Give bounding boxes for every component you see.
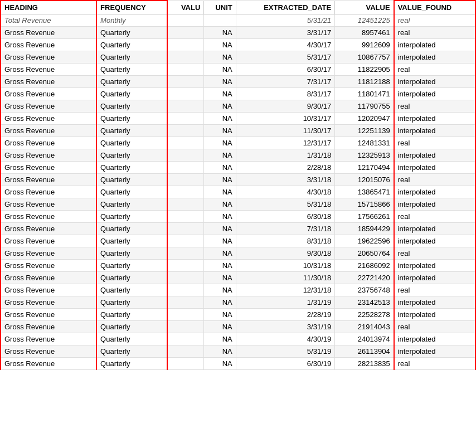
cell-col-valu — [167, 88, 204, 100]
cell-col-value: 21914043 — [335, 321, 394, 333]
cell-col-extracted-date: 5/31/18 — [236, 198, 335, 211]
cell-col-extracted-date: 10/31/17 — [236, 113, 335, 125]
cell-col-unit: NA — [204, 51, 236, 64]
cell-col-frequency: Quarterly — [96, 76, 167, 88]
cell-col-frequency: Quarterly — [96, 137, 167, 149]
cell-col-extracted-date: 6/30/19 — [236, 358, 335, 370]
cell-col-extracted-date: 3/31/19 — [236, 321, 335, 333]
cell-col-value: 19622596 — [335, 235, 394, 247]
cell-col-value: 23142513 — [335, 296, 394, 309]
cell-col-heading: Gross Revenue — [1, 260, 96, 272]
table-row: Gross RevenueQuarterlyNA6/30/1928213835r… — [1, 358, 475, 370]
partial-value-found: real — [394, 14, 475, 27]
cell-col-extracted-date: 4/30/19 — [236, 333, 335, 345]
col-header-value-found: VALUE_FOUND — [394, 1, 475, 14]
cell-col-value: 20650764 — [335, 247, 394, 260]
cell-col-value-found: interpolated — [394, 296, 475, 309]
cell-col-unit: NA — [204, 223, 236, 235]
cell-col-value: 18594429 — [335, 223, 394, 235]
cell-col-frequency: Quarterly — [96, 198, 167, 211]
cell-col-valu — [167, 39, 204, 51]
col-header-value: VALUE — [335, 1, 394, 14]
cell-col-valu — [167, 149, 204, 162]
cell-col-heading: Gross Revenue — [1, 27, 96, 39]
cell-col-value: 12170494 — [335, 162, 394, 174]
cell-col-heading: Gross Revenue — [1, 174, 96, 186]
cell-col-value: 22721420 — [335, 272, 394, 284]
cell-col-extracted-date: 4/30/18 — [236, 186, 335, 198]
cell-col-unit: NA — [204, 309, 236, 321]
cell-col-value-found: interpolated — [394, 39, 475, 51]
cell-col-heading: Gross Revenue — [1, 247, 96, 260]
cell-col-value: 11822905 — [335, 64, 394, 76]
cell-col-frequency: Quarterly — [96, 113, 167, 125]
table-row: Gross RevenueQuarterlyNA7/31/1818594429i… — [1, 223, 475, 235]
table-row: Gross RevenueQuarterlyNA3/31/1921914043r… — [1, 321, 475, 333]
cell-col-extracted-date: 2/28/18 — [236, 162, 335, 174]
cell-col-unit: NA — [204, 198, 236, 211]
cell-col-value-found: interpolated — [394, 272, 475, 284]
cell-col-unit: NA — [204, 345, 236, 358]
cell-col-frequency: Quarterly — [96, 27, 167, 39]
cell-col-valu — [167, 113, 204, 125]
table-row: Gross RevenueQuarterlyNA5/31/1710867757i… — [1, 51, 475, 64]
cell-col-extracted-date: 7/31/17 — [236, 76, 335, 88]
table-row: Gross RevenueQuarterlyNA11/30/1822721420… — [1, 272, 475, 284]
cell-col-valu — [167, 100, 204, 113]
cell-col-value: 9912609 — [335, 39, 394, 51]
table-row: Gross RevenueQuarterlyNA1/31/1923142513i… — [1, 296, 475, 309]
cell-col-valu — [167, 223, 204, 235]
cell-col-unit: NA — [204, 211, 236, 223]
table-row: Gross RevenueQuarterlyNA9/30/1820650764r… — [1, 247, 475, 260]
cell-col-valu — [167, 345, 204, 358]
cell-col-value-found: real — [394, 247, 475, 260]
cell-col-valu — [167, 64, 204, 76]
cell-col-extracted-date: 9/30/17 — [236, 100, 335, 113]
cell-col-extracted-date: 1/31/19 — [236, 296, 335, 309]
cell-col-value-found: interpolated — [394, 88, 475, 100]
cell-col-frequency: Quarterly — [96, 149, 167, 162]
cell-col-unit: NA — [204, 100, 236, 113]
cell-col-frequency: Quarterly — [96, 211, 167, 223]
table-row: Gross RevenueQuarterlyNA6/30/1817566261r… — [1, 211, 475, 223]
cell-col-heading: Gross Revenue — [1, 284, 96, 296]
partial-value: 12451225 — [335, 14, 394, 27]
cell-col-unit: NA — [204, 137, 236, 149]
col-header-valu: VALU — [167, 1, 204, 14]
cell-col-frequency: Quarterly — [96, 162, 167, 174]
table-row: Gross RevenueQuarterlyNA3/31/1812015076r… — [1, 174, 475, 186]
cell-col-value: 22528278 — [335, 309, 394, 321]
cell-col-value: 12251139 — [335, 125, 394, 137]
cell-col-extracted-date: 6/30/17 — [236, 64, 335, 76]
table-row: Gross RevenueQuarterlyNA12/31/1712481331… — [1, 137, 475, 149]
cell-col-value-found: interpolated — [394, 260, 475, 272]
table-row: Gross RevenueQuarterlyNA7/31/1711812188i… — [1, 76, 475, 88]
table-row: Gross RevenueQuarterlyNA4/30/179912609in… — [1, 39, 475, 51]
cell-col-valu — [167, 137, 204, 149]
cell-col-valu — [167, 198, 204, 211]
cell-col-valu — [167, 235, 204, 247]
cell-col-extracted-date: 5/31/17 — [236, 51, 335, 64]
data-table: HEADING FREQUENCY VALU UNIT EXTRACTED_DA… — [0, 0, 476, 370]
cell-col-unit: NA — [204, 174, 236, 186]
cell-col-frequency: Quarterly — [96, 358, 167, 370]
cell-col-frequency: Quarterly — [96, 333, 167, 345]
cell-col-heading: Gross Revenue — [1, 137, 96, 149]
data-table-container: HEADING FREQUENCY VALU UNIT EXTRACTED_DA… — [0, 0, 476, 370]
cell-col-frequency: Quarterly — [96, 88, 167, 100]
cell-col-value-found: interpolated — [394, 186, 475, 198]
cell-col-frequency: Quarterly — [96, 260, 167, 272]
cell-col-heading: Gross Revenue — [1, 223, 96, 235]
cell-col-unit: NA — [204, 125, 236, 137]
cell-col-extracted-date: 3/31/18 — [236, 174, 335, 186]
cell-col-unit: NA — [204, 186, 236, 198]
cell-col-extracted-date: 11/30/18 — [236, 272, 335, 284]
cell-col-heading: Gross Revenue — [1, 345, 96, 358]
table-row: Gross RevenueQuarterlyNA8/31/1819622596i… — [1, 235, 475, 247]
cell-col-valu — [167, 186, 204, 198]
cell-col-unit: NA — [204, 272, 236, 284]
cell-col-frequency: Quarterly — [96, 223, 167, 235]
cell-col-value-found: interpolated — [394, 223, 475, 235]
cell-col-extracted-date: 8/31/18 — [236, 235, 335, 247]
table-row: Gross RevenueQuarterlyNA8/31/1711801471i… — [1, 88, 475, 100]
